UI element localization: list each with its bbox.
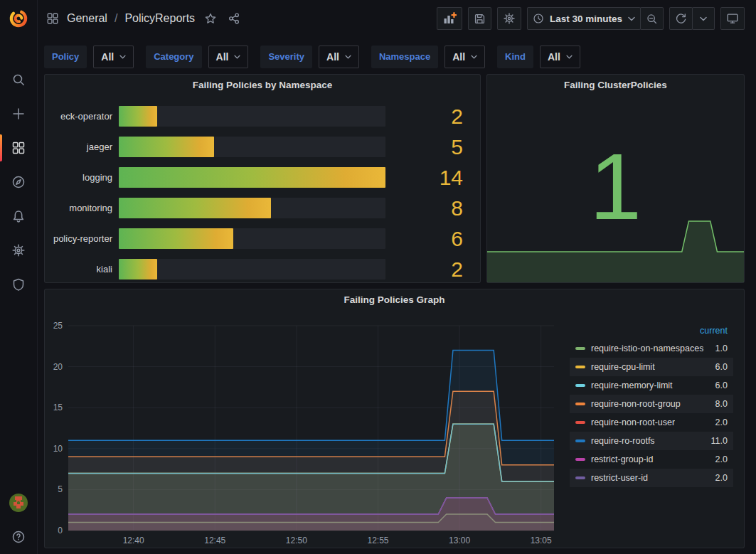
add-panel-button[interactable] — [437, 7, 462, 30]
breadcrumb-page: PolicyReports — [124, 12, 195, 25]
dashboard-settings-button[interactable] — [497, 7, 521, 30]
sidebar-item-profile[interactable] — [0, 486, 37, 520]
graph-legend: current require-istio-on-namespaces1.0re… — [570, 322, 733, 487]
series-name: require-non-root-group — [591, 399, 681, 409]
svg-text:10: 10 — [53, 444, 63, 454]
filter-value-dropdown[interactable]: All — [208, 46, 249, 68]
bar-value: 5 — [390, 137, 480, 158]
series-name: require-cpu-limit — [591, 362, 655, 372]
chevron-down-icon — [700, 16, 707, 21]
series-color-swatch — [575, 440, 585, 442]
sidebar-item-dashboards[interactable] — [0, 131, 37, 165]
legend-row-require-non-root-group[interactable]: require-non-root-group8.0 — [570, 395, 733, 413]
legend-row-require-ro-rootfs[interactable]: require-ro-rootfs11.0 — [570, 432, 733, 450]
series-name: require-istio-on-namespaces — [591, 343, 703, 353]
time-picker-button[interactable]: Last 30 minutes — [527, 7, 641, 30]
legend-row-require-cpu-limit[interactable]: require-cpu-limit6.0 — [570, 358, 733, 376]
svg-text:5: 5 — [58, 484, 63, 494]
filter-label[interactable]: Policy — [44, 46, 87, 68]
svg-text:13:00: 13:00 — [449, 536, 470, 545]
refresh-button[interactable] — [669, 7, 693, 30]
breadcrumb: General / PolicyReports — [46, 12, 240, 25]
legend-header-current[interactable]: current — [570, 322, 733, 339]
legend-row-restrict-user-id[interactable]: restrict-user-id2.0 — [570, 469, 733, 487]
bar-value: 14 — [390, 167, 480, 188]
refresh-interval-button[interactable] — [692, 7, 715, 30]
series-color-swatch — [575, 458, 585, 461]
svg-text:15: 15 — [53, 403, 63, 412]
dashboard-toolbar: Last 30 minutes — [437, 7, 745, 30]
bar-value: 2 — [390, 106, 480, 127]
bar-fill — [119, 106, 157, 127]
legend-row-require-istio-on-namespaces[interactable]: require-istio-on-namespaces1.0 — [570, 339, 733, 358]
bar-label: jaeger — [45, 142, 119, 152]
stat-value: 1 — [487, 140, 744, 234]
filter-label[interactable]: Namespace — [371, 46, 438, 68]
sidebar-item-create[interactable] — [0, 97, 37, 131]
filter-value-dropdown[interactable]: All — [540, 46, 580, 68]
series-color-swatch — [575, 421, 585, 424]
sidebar-item-server-admin[interactable] — [0, 267, 37, 302]
series-current-value: 8.0 — [715, 399, 728, 409]
save-dashboard-button[interactable] — [468, 7, 491, 30]
bar-label: kiali — [45, 264, 119, 275]
filter-label[interactable]: Category — [146, 46, 201, 68]
breadcrumb-section[interactable]: General — [67, 12, 107, 25]
filter-value-dropdown[interactable]: All — [319, 46, 359, 68]
chevron-down-icon — [628, 16, 635, 21]
svg-text:13:05: 13:05 — [531, 536, 552, 545]
share-icon[interactable] — [228, 12, 240, 25]
time-range-label: Last 30 minutes — [548, 14, 624, 24]
sidebar-item-explore[interactable] — [0, 165, 37, 199]
sidebar-item-search[interactable] — [0, 63, 37, 97]
bar-label: eck-operator — [45, 111, 119, 122]
bar-gauge-row: jaeger5 — [45, 132, 480, 162]
legend-row-restrict-group-id[interactable]: restrict-group-id2.0 — [570, 450, 733, 469]
legend-row-require-non-root-user[interactable]: require-non-root-user2.0 — [570, 413, 733, 432]
bar-label: monitoring — [45, 203, 119, 213]
series-color-swatch — [575, 403, 585, 405]
sidebar-item-help[interactable] — [0, 520, 37, 554]
bar-track — [119, 198, 385, 218]
zoom-out-button[interactable] — [640, 7, 664, 30]
series-name: restrict-user-id — [591, 473, 648, 483]
refresh-icon — [675, 13, 687, 25]
bar-gauge-row: eck-operator2 — [45, 101, 480, 132]
filter-label[interactable]: Severity — [260, 46, 312, 68]
filter-kind: KindAll — [497, 46, 580, 68]
zoom-out-icon — [646, 13, 658, 25]
grafana-logo[interactable] — [0, 0, 37, 37]
bar-gauge-row: policy-reporter6 — [45, 223, 480, 254]
chevron-down-icon — [345, 55, 351, 59]
series-color-swatch — [575, 384, 585, 387]
cycle-view-mode-button[interactable] — [720, 7, 745, 30]
sidebar-item-alerting[interactable] — [0, 199, 37, 233]
series-current-value: 2.0 — [715, 417, 728, 427]
apps-icon — [46, 12, 59, 25]
bar-gauge-row: monitoring8 — [45, 193, 480, 223]
filter-namespace: NamespaceAll — [371, 46, 485, 68]
star-icon[interactable] — [204, 12, 217, 25]
filter-category: CategoryAll — [146, 46, 248, 68]
bar-label: logging — [45, 172, 119, 183]
bar-fill — [119, 198, 271, 218]
panel-failing-policies-by-namespace: Failing Policies by Namespace eck-operat… — [44, 74, 481, 283]
bar-label: policy-reporter — [45, 233, 119, 244]
svg-text:25: 25 — [53, 321, 63, 331]
dashboards-icon — [11, 141, 26, 155]
svg-text:20: 20 — [53, 362, 63, 372]
panel-title[interactable]: Failing Policies by Namespace — [45, 75, 480, 96]
svg-text:12:55: 12:55 — [367, 536, 388, 545]
filter-severity: SeverityAll — [260, 46, 358, 68]
chevron-down-icon — [119, 55, 126, 59]
filter-value-dropdown[interactable]: All — [93, 46, 134, 68]
legend-row-require-memory-limit[interactable]: require-memory-limit6.0 — [570, 376, 733, 395]
filter-policy: PolicyAll — [44, 46, 134, 68]
series-color-swatch — [575, 476, 585, 479]
chevron-down-icon — [566, 55, 573, 59]
sidebar-item-configuration[interactable] — [0, 233, 37, 267]
filter-value-dropdown[interactable]: All — [444, 46, 485, 68]
chevron-down-icon — [234, 55, 240, 59]
bar-track — [119, 167, 385, 188]
filter-label[interactable]: Kind — [497, 46, 533, 68]
